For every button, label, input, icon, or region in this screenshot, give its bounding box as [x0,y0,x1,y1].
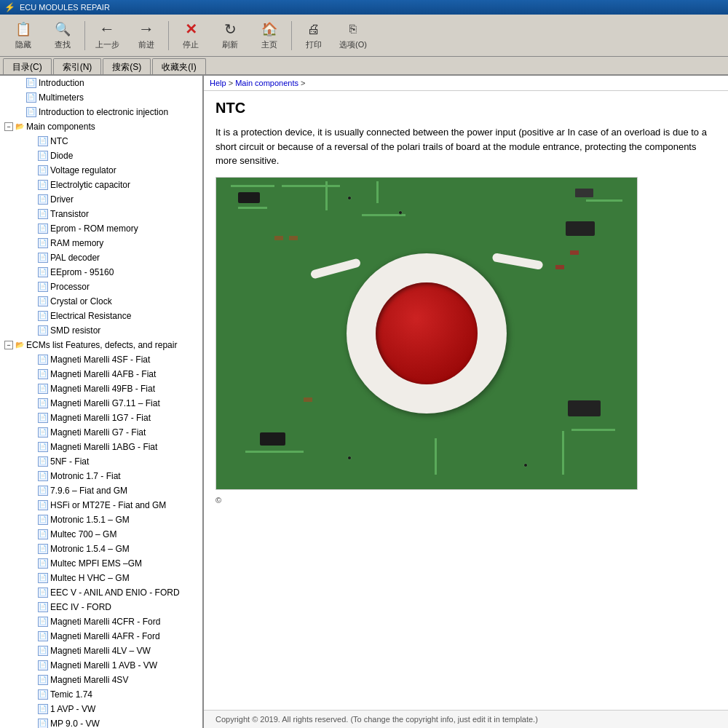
tree-item-pal-decoder[interactable]: 📄PAL decoder [0,250,202,265]
page-icon-motronic-154: 📄 [38,544,48,554]
page-icon-multec-700: 📄 [38,529,48,539]
tree-item-mp90-vw[interactable]: 📄MP 9.0 - VW [0,716,202,728]
tree-item-mm-4afr-ford[interactable]: 📄Magneti Marelli 4AFR - Ford [0,629,202,644]
tree-item-electrical-resistance[interactable]: 📄Electrical Resistance [0,309,202,323]
tree-item-motronic-154[interactable]: 📄Motronic 1.5.4 – GM [0,542,202,556]
tree-label-motronic-17: Motronic 1.7 - Fiat [50,470,121,483]
tree-item-mm-1avb-vw[interactable]: 📄Magneti Marelli 1 AVB - VW [0,658,202,673]
ntc-component [347,253,507,414]
tree-item-motronic-151[interactable]: 📄Motronic 1.5.1 – GM [0,513,202,527]
tree-item-introduction[interactable]: 📄Introduction [0,76,202,90]
tree-item-1avp-vw[interactable]: 📄1 AVP - VW [0,702,202,716]
print-button[interactable]: 🖨 打印 [295,18,333,53]
page-icon-multec-mpfi: 📄 [38,558,48,569]
app-title: ECU MODULES REPAIR [20,3,110,12]
tree-item-eec-v-anil[interactable]: 📄EEC V - ANIL AND ENIO - FORD [0,585,202,600]
tree-label-eec-iv-ford: EEC IV - FORD [50,601,111,614]
refresh-button[interactable]: ↻ 刷新 [211,18,249,53]
tree-label-intro-electronic: Introduction to electronic injection [39,106,168,119]
tree-item-voltage-regulator[interactable]: 📄Voltage regulator [0,163,202,178]
tree-label-multec-h-vhc: Multec H VHC – GM [50,571,130,585]
page-icon-smd-resistor: 📄 [38,325,48,336]
tree-item-mm-4cfr-ford[interactable]: 📄Magneti Marelli 4CFR - Ford [0,614,202,629]
page-icon-electrical-resistance: 📄 [38,311,48,321]
options-icon: ⎘ [344,20,362,38]
tree-item-mm-1abg[interactable]: 📄Magneti Marelli 1ABG - Fiat [0,440,202,454]
tab-search[interactable]: 搜索(S) [103,58,151,74]
hide-button[interactable]: 📋 隐藏 [4,18,42,53]
tree-item-main-components[interactable]: −📂Main components [0,119,202,134]
page-icon-pal-decoder: 📄 [38,253,48,263]
tree-item-multec-700[interactable]: 📄Multec 700 – GM [0,527,202,542]
find-button[interactable]: 🔍 查找 [44,18,82,53]
tree-item-mm-4lv-vw[interactable]: 📄Magneti Marelli 4LV – VW [0,644,202,658]
tree-item-ntc[interactable]: 📄NTC [0,134,202,149]
tab-favorites[interactable]: 收藏夹(I) [152,58,205,74]
back-icon: ← [98,20,116,38]
tree-item-diode[interactable]: 📄Diode [0,149,202,163]
expander-ecms-list[interactable]: − [4,341,13,349]
tree-item-mm-g711[interactable]: 📄Magneti Marelli G7.11 – Fiat [0,396,202,411]
page-icon-voltage-regulator: 📄 [38,165,48,175]
tree-item-electrolytic-capacitor[interactable]: 📄Electrolytic capacitor [0,178,202,192]
tree-item-transistor[interactable]: 📄Transistor [0,207,202,221]
expander-main-components[interactable]: − [4,122,13,131]
tree-item-eprom[interactable]: 📄Eprom - ROM memory [0,221,202,236]
back-button[interactable]: ← 上一步 [88,18,126,53]
page-icon-796-fiatgm: 📄 [38,486,48,496]
tree-label-ecms-list: ECMs list Features, defects, and repair [26,339,177,352]
tree-item-multimeters[interactable]: 📄Multimeters [0,90,202,105]
page-icon-eec-v-anil: 📄 [38,587,48,598]
tree-item-eeprom-95160[interactable]: 📄EEprom - 95160 [0,265,202,280]
tree-item-mm-4afb[interactable]: 📄Magneti Marelli 4AFB - Fiat [0,367,202,381]
stop-button[interactable]: ✕ 停止 [172,18,210,53]
tab-index[interactable]: 索引(N) [53,58,102,74]
tree-item-multec-h-vhc[interactable]: 📄Multec H VHC – GM [0,571,202,585]
tree-item-mm-4sv[interactable]: 📄Magneti Marelli 4SV [0,673,202,687]
forward-button[interactable]: → 前进 [127,18,165,53]
page-icon-hsfi-mt27e: 📄 [38,500,48,510]
tree-item-hsfi-mt27e[interactable]: 📄HSFi or MT27E - Fiat and GM [0,498,202,513]
tree-label-driver: Driver [50,193,74,206]
tree-item-796-fiatgm[interactable]: 📄7.9.6 – Fiat and GM [0,483,202,498]
tree-label-smd-resistor: SMD resistor [50,324,100,337]
tab-bar: 目录(C) 索引(N) 搜索(S) 收藏夹(I) [0,57,728,76]
tree-item-mm-49fb[interactable]: 📄Magneti Marelli 49FB - Fiat [0,381,202,396]
tree-item-crystal-clock[interactable]: 📄Crystal or Clock [0,294,202,309]
tree-label-diode: Diode [50,149,73,162]
breadcrumb-main-components[interactable]: Main components [235,79,298,87]
tree-item-mm-4sf[interactable]: 📄Magneti Marelli 4SF - Fiat [0,352,202,367]
tree-label-1avp-vw: 1 AVP - VW [50,703,95,716]
tree-item-temic-174[interactable]: 📄Temic 1.74 [0,687,202,702]
tree-item-ram-memory[interactable]: 📄RAM memory [0,236,202,250]
tree-item-motronic-17[interactable]: 📄Motronic 1.7 - Fiat [0,469,202,483]
tree-label-crystal-clock: Crystal or Clock [50,295,112,308]
copyright-mark: © [215,496,716,505]
page-icon-crystal-clock: 📄 [38,296,48,306]
options-button[interactable]: ⎘ 选项(O) [334,18,372,53]
tab-contents[interactable]: 目录(C) [3,58,52,74]
page-icon-introduction: 📄 [26,78,36,88]
tree-item-5nf-fiat[interactable]: 📄5NF - Fiat [0,454,202,469]
tree-label-796-fiatgm: 7.9.6 – Fiat and GM [50,484,127,497]
tree-item-multec-mpfi[interactable]: 📄Multec MPFI EMS –GM [0,556,202,571]
page-icon-mm-4afb: 📄 [38,369,48,379]
tree-item-processor[interactable]: 📄Processor [0,280,202,294]
page-icon-multimeters: 📄 [26,92,36,103]
page-icon-mm-g711: 📄 [38,398,48,408]
home-button[interactable]: 🏠 主页 [250,18,288,53]
tree-item-driver[interactable]: 📄Driver [0,192,202,207]
breadcrumb-help[interactable]: Help [210,79,226,87]
hide-icon: 📋 [15,20,32,38]
home-icon: 🏠 [261,20,278,38]
tree-item-eec-iv-ford[interactable]: 📄EEC IV - FORD [0,600,202,614]
tree-item-ecms-list[interactable]: −📂ECMs list Features, defects, and repai… [0,338,202,352]
main-area: 📄Introduction📄Multimeters📄Introduction t… [0,76,728,728]
tree-item-intro-electronic[interactable]: 📄Introduction to electronic injection [0,105,202,119]
tree-item-mm-1g7[interactable]: 📄Magneti Marelli 1G7 - Fiat [0,411,202,425]
page-icon-ram-memory: 📄 [38,238,48,248]
tree-item-mm-g7[interactable]: 📄Magneti Marelli G7 - Fiat [0,425,202,440]
tree-item-smd-resistor[interactable]: 📄SMD resistor [0,323,202,338]
page-icon-electrolytic-capacitor: 📄 [38,180,48,190]
tree-label-mm-1avb-vw: Magneti Marelli 1 AVB - VW [50,659,157,672]
